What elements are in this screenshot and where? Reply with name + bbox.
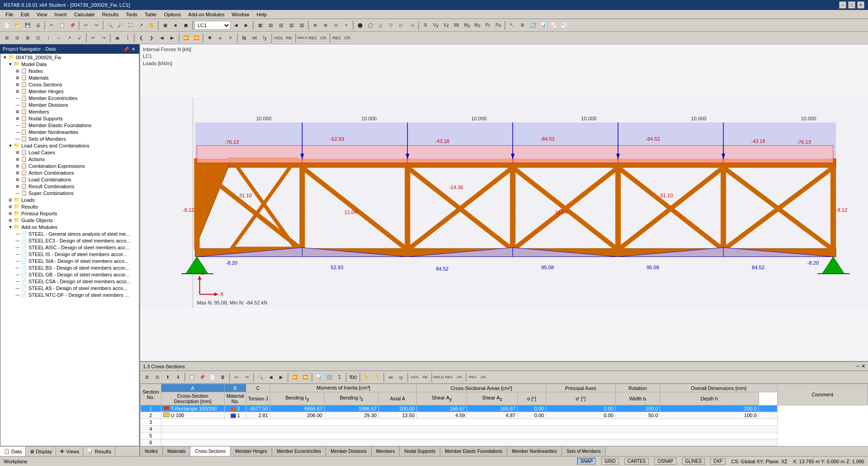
tree-printout[interactable]: ⊞ 📁 Printout Reports <box>0 210 139 217</box>
bottom-panel-minimize[interactable]: ─ <box>856 363 859 369</box>
mn-expand[interactable]: — <box>15 130 20 134</box>
tb2-CR2[interactable]: CR <box>342 33 352 43</box>
menu-edit[interactable]: Edit <box>17 11 33 18</box>
as-expand[interactable]: — <box>15 286 20 290</box>
tb2-21[interactable]: ≡ <box>226 33 236 43</box>
tree-addon[interactable]: ▼ 📁 Add-on Modules <box>0 223 139 230</box>
tb-prev-lc[interactable]: ◀ <box>231 20 241 30</box>
status-glines[interactable]: GLINES <box>682 458 705 465</box>
menu-table[interactable]: Table <box>141 11 160 18</box>
panel-pin-btn[interactable]: 📌 <box>123 47 129 52</box>
tab-cross-sections[interactable]: Cross-Sections <box>190 447 231 456</box>
tree-result-comb[interactable]: ⊞ 📋 Result Combinations <box>0 183 139 190</box>
mef-expand[interactable]: — <box>15 123 20 128</box>
tb-d3[interactable]: 🔄 <box>528 20 538 30</box>
tb-c3[interactable]: Vz <box>441 20 451 30</box>
tree-load-comb[interactable]: ⊞ 📋 Load Combinations <box>0 176 139 183</box>
tb-d1[interactable]: 🔧 <box>507 20 517 30</box>
bt-7[interactable]: 📄 <box>208 372 217 382</box>
status-cartes[interactable]: CARTES <box>624 458 649 465</box>
tb-b2[interactable]: ◯ <box>365 20 375 30</box>
tree-results[interactable]: ⊞ 📁 Results <box>0 203 139 210</box>
model-expand-icon[interactable]: ▼ <box>8 62 13 67</box>
sc-expand[interactable]: — <box>15 191 20 195</box>
tb2-9[interactable]: ↩ <box>88 33 98 43</box>
table-row[interactable]: 6 <box>141 439 868 446</box>
tb-new[interactable]: 📄 <box>2 20 12 30</box>
bt-9[interactable]: ↩ <box>231 372 241 382</box>
tb-render[interactable]: ◼ <box>181 20 191 30</box>
bt-6[interactable]: 📌 <box>197 372 207 382</box>
tb2-HSS[interactable]: HSS <box>274 33 283 43</box>
tree-steel-as[interactable]: — 📄 STEEL AS - Design of steel members a… <box>0 285 139 291</box>
tb2-3[interactable]: ⊠ <box>23 33 33 43</box>
tb-undo[interactable]: ↩ <box>81 20 91 30</box>
tree-steel-ntcdf[interactable]: — 📄 STEEL NTC-DF - Design of steel membe… <box>0 291 139 298</box>
tb-zoom-in[interactable]: 🔍 <box>105 20 115 30</box>
tb2-20[interactable]: ⌀ <box>215 33 225 43</box>
tb-b6[interactable]: ◁ <box>407 20 417 30</box>
lcom-expand[interactable]: ⊞ <box>15 177 20 182</box>
tree-sets-of-members[interactable]: — 📋 Sets of Members <box>0 135 139 142</box>
tb2-5[interactable]: ↕ <box>43 33 53 43</box>
tb2-REC2[interactable]: REC <box>332 33 342 43</box>
tb-solid[interactable]: ■ <box>170 20 180 30</box>
tb-b4[interactable]: ▽ <box>386 20 396 30</box>
tb-save[interactable]: 💾 <box>23 20 33 30</box>
tree-nodes[interactable]: ⊞ 📋 Nodes <box>0 67 139 74</box>
tb-d4[interactable]: 📊 <box>538 20 548 30</box>
tb2-REC[interactable]: REC <box>308 33 318 43</box>
tb-paste[interactable]: 📌 <box>67 20 77 30</box>
tb-print[interactable]: 🖨 <box>33 20 43 30</box>
tree-member-divisions[interactable]: — 📋 Member Divisions <box>0 101 139 108</box>
table-row[interactable]: 4 <box>141 426 868 433</box>
tb-copy[interactable]: 📋 <box>57 20 67 30</box>
tb2-6[interactable]: ↔ <box>54 33 64 43</box>
nav-tab-data[interactable]: 📋 Data <box>0 447 26 456</box>
tb-r5[interactable]: ▨ <box>297 20 307 30</box>
tree-steel-gb[interactable]: — 📄 STEEL GB - Design of steel members a… <box>0 271 139 278</box>
ntcdf-expand[interactable]: — <box>15 293 20 297</box>
tb-r4[interactable]: ▧ <box>286 20 296 30</box>
tb-c8[interactable]: Ps <box>493 20 503 30</box>
menu-insert[interactable]: Insert <box>51 11 71 18</box>
tb2-11[interactable]: ⏏ <box>112 33 122 43</box>
tb-d2[interactable]: ⚙ <box>517 20 527 30</box>
tb2-19[interactable]: ✱ <box>205 33 215 43</box>
csa-expand[interactable]: — <box>15 279 20 284</box>
tree-guide[interactable]: ⊞ 📁 Guide Objects <box>0 217 139 223</box>
tree-lcc[interactable]: ▼ 📁 Load Cases and Combinations <box>0 142 139 149</box>
tree-steel-csa[interactable]: — 📄 STEEL CSA - Design of steel members … <box>0 278 139 285</box>
bt-cr2[interactable]: CR <box>478 372 488 382</box>
tree-load-cases[interactable]: ⊞ 📋 Load Cases <box>0 149 139 156</box>
tb2-15[interactable]: ◀ <box>157 33 167 43</box>
tab-sets-of-members[interactable]: Sets of Members <box>562 447 606 456</box>
bt-10[interactable]: ↪ <box>242 372 252 382</box>
bt-16[interactable]: 📊 <box>314 372 324 382</box>
bt-5[interactable]: 📋 <box>187 372 197 382</box>
bt-hss[interactable]: HSS <box>410 372 420 382</box>
bt-rb[interactable]: RB <box>420 372 430 382</box>
menu-help[interactable]: Help <box>253 11 271 18</box>
tab-member-elastic-foundations[interactable]: Member Elastic Foundations <box>440 447 507 456</box>
bt-13[interactable]: ▶ <box>276 372 286 382</box>
bt-Iy[interactable]: Iy <box>396 372 406 382</box>
tree-model-data[interactable]: ▼ 📁 Model Data <box>0 61 139 67</box>
root-expand-icon[interactable]: ▼ <box>2 55 8 60</box>
tb-zoom-out[interactable]: 🔎 <box>115 20 125 30</box>
tab-member-nonlinearities[interactable]: Member Nonlinearities <box>507 447 562 456</box>
tb2-17[interactable]: ⏩ <box>181 33 191 43</box>
bt-20[interactable]: 📏 <box>372 372 382 382</box>
lcc-expand[interactable]: ▼ <box>8 143 13 148</box>
printout-expand[interactable]: ⊞ <box>8 211 13 216</box>
bt-18[interactable]: Σ <box>335 372 344 382</box>
tb-r3[interactable]: ▥ <box>276 20 286 30</box>
act-expand[interactable]: ⊞ <box>15 157 20 162</box>
tb2-12[interactable]: ⏐ <box>123 33 132 43</box>
tb-d6[interactable]: 📉 <box>559 20 569 30</box>
steel-expand[interactable]: — <box>15 232 20 236</box>
tree-steel[interactable]: — 📄 STEEL - General stress analysis of s… <box>0 230 139 237</box>
bt-11[interactable]: 🔍 <box>255 372 265 382</box>
nav-tab-display[interactable]: 🖥 Display <box>26 447 56 456</box>
table-row[interactable]: 3 <box>141 419 868 426</box>
